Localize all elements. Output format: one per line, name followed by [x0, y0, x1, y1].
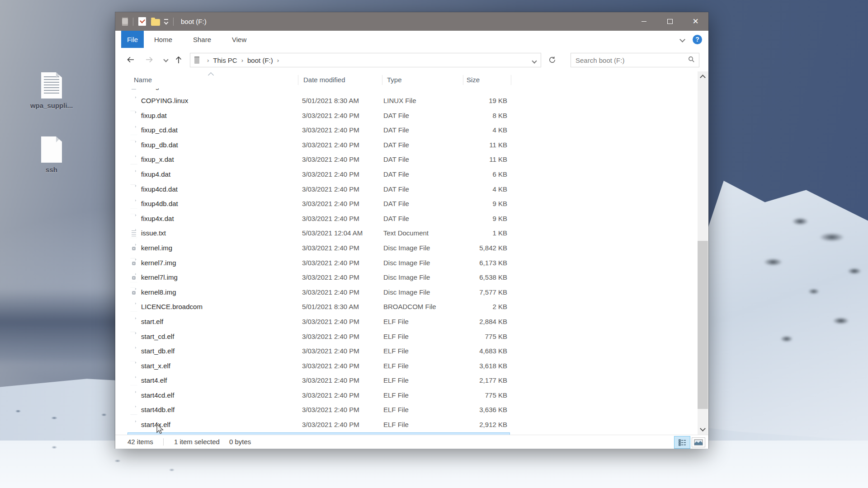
file-type: DAT File	[383, 155, 409, 163]
minimize-button[interactable]	[631, 12, 657, 31]
file-row[interactable]: start_x.elf 3/03/2021 2:40 PM ELF File 3…	[127, 359, 510, 374]
desktop-icon-label: ssh	[24, 166, 80, 174]
file-date-modified: 3/03/2021 2:40 PM	[302, 406, 359, 413]
file-type: LINUX File	[383, 97, 416, 104]
file-type: DAT File	[383, 170, 409, 178]
up-button[interactable]	[173, 54, 184, 65]
file-row[interactable]: start4cd.elf 3/03/2021 2:40 PM ELF File …	[127, 388, 510, 403]
address-dropdown-icon[interactable]	[533, 56, 541, 64]
file-row[interactable]: config.txt	[127, 89, 510, 94]
file-icon	[130, 376, 137, 385]
file-size: 2,912 KB	[435, 421, 507, 428]
column-resize-handle[interactable]	[382, 75, 382, 85]
new-folder-icon[interactable]	[151, 19, 160, 26]
maximize-icon	[667, 19, 673, 24]
mouse-cursor	[156, 424, 165, 436]
scrollbar-thumb[interactable]	[698, 241, 708, 409]
file-icon	[130, 155, 137, 164]
properties-check-icon[interactable]	[138, 17, 146, 26]
details-view-button[interactable]	[674, 436, 690, 449]
file-type: Disc Image File	[383, 244, 430, 252]
file-row[interactable]: kernel.img 3/03/2021 2:40 PM Disc Image …	[127, 241, 510, 256]
column-header-date-modified[interactable]: Date modified	[303, 76, 345, 84]
file-name: kernel8.img	[141, 288, 176, 296]
back-button[interactable]	[125, 54, 136, 65]
search-icon[interactable]	[684, 56, 699, 65]
tab-share[interactable]: Share	[183, 31, 222, 48]
maximize-button[interactable]	[657, 12, 683, 31]
file-icon	[130, 273, 137, 282]
expand-ribbon-icon[interactable]	[679, 37, 685, 42]
column-header-size[interactable]: Size	[467, 76, 480, 84]
file-date-modified: 5/03/2021 12:04 AM	[302, 229, 363, 237]
tab-home[interactable]: Home	[144, 31, 183, 48]
close-button[interactable]: ✕	[683, 12, 708, 31]
tab-file[interactable]: File	[121, 31, 144, 48]
column-resize-handle[interactable]	[511, 75, 511, 85]
file-name: start_cd.elf	[141, 333, 174, 340]
file-row[interactable]: COPYING.linux 5/01/2021 8:30 AM LINUX Fi…	[127, 94, 510, 108]
file-type: Disc Image File	[383, 273, 430, 281]
address-bar[interactable]: › This PC › boot (F:) ›	[190, 53, 541, 67]
file-icon	[130, 317, 137, 326]
column-header-name[interactable]: Name	[134, 76, 152, 84]
file-row[interactable]: fixup_db.dat 3/03/2021 2:40 PM DAT File …	[127, 138, 510, 153]
file-name: fixup4x.dat	[141, 215, 174, 222]
desktop-icon-ssh[interactable]: ssh	[24, 136, 80, 174]
forward-button[interactable]	[144, 54, 155, 65]
file-name: start4cd.elf	[141, 391, 174, 399]
file-row[interactable]: start4x.elf 3/03/2021 2:40 PM ELF File 2…	[127, 418, 510, 432]
file-row[interactable]: fixup4db.dat 3/03/2021 2:40 PM DAT File …	[127, 197, 510, 211]
file-row[interactable]: LICENCE.broadcom 5/01/2021 8:30 AM BROAD…	[127, 300, 510, 314]
column-header-type[interactable]: Type	[387, 76, 402, 84]
desktop-icon-wpa-supplicant[interactable]: wpa_suppli...	[24, 72, 80, 109]
file-row[interactable]: start4.elf 3/03/2021 2:40 PM ELF File 2,…	[127, 373, 510, 388]
file-size: 775 KB	[435, 333, 507, 340]
breadcrumb-this-pc[interactable]: This PC	[213, 56, 237, 64]
file-size: 7,577 KB	[435, 288, 507, 296]
file-size: 4 KB	[435, 126, 507, 134]
file-row[interactable]: start4db.elf 3/03/2021 2:40 PM ELF File …	[127, 403, 510, 418]
file-row[interactable]: kernel7.img 3/03/2021 2:40 PM Disc Image…	[127, 256, 510, 271]
file-name: LICENCE.broadcom	[141, 303, 203, 310]
file-size: 11 KB	[435, 155, 507, 163]
file-row[interactable]: fixup4.dat 3/03/2021 2:40 PM DAT File 6 …	[127, 167, 510, 182]
window-title: boot (F:)	[181, 18, 207, 25]
scroll-down-icon[interactable]	[700, 426, 706, 432]
selection-count: 1 item selected	[174, 438, 220, 446]
title-bar[interactable]: boot (F:) ✕	[115, 12, 708, 31]
file-date-modified: 3/03/2021 2:40 PM	[302, 421, 359, 428]
clipped-top-row[interactable]: config.txt	[115, 89, 698, 94]
refresh-button[interactable]	[546, 54, 558, 66]
file-name: fixup_db.dat	[141, 141, 178, 149]
vertical-scrollbar[interactable]	[698, 71, 708, 435]
scroll-up-icon[interactable]	[700, 75, 706, 80]
breadcrumb-chevron: ›	[273, 57, 283, 64]
column-resize-handle[interactable]	[463, 75, 463, 85]
customize-toolbar-dropdown-icon[interactable]	[164, 19, 168, 24]
file-row[interactable]: fixup4x.dat 3/03/2021 2:40 PM DAT File 9…	[127, 211, 510, 226]
file-size: 3,636 KB	[435, 406, 507, 413]
file-size: 2,177 KB	[435, 376, 507, 384]
file-icon	[130, 347, 137, 356]
help-icon[interactable]: ?	[693, 35, 702, 44]
file-icon	[130, 141, 137, 150]
file-size: 3,618 KB	[435, 362, 507, 370]
search-box[interactable]	[571, 53, 699, 67]
breadcrumb-boot-drive[interactable]: boot (F:)	[247, 56, 273, 64]
column-resize-handle[interactable]	[298, 75, 298, 85]
file-row[interactable]: kernel8.img 3/03/2021 2:40 PM Disc Image…	[127, 285, 510, 300]
file-row[interactable]: fixup_x.dat 3/03/2021 2:40 PM DAT File 1…	[127, 152, 510, 167]
file-row[interactable]: kernel7l.img 3/03/2021 2:40 PM Disc Imag…	[127, 270, 510, 285]
file-row[interactable]: fixup_cd.dat 3/03/2021 2:40 PM DAT File …	[127, 123, 510, 138]
file-row[interactable]: start_db.elf 3/03/2021 2:40 PM ELF File …	[127, 344, 510, 359]
large-icons-view-button[interactable]	[692, 437, 705, 447]
tab-view[interactable]: View	[222, 31, 257, 48]
file-row[interactable]: issue.txt 5/03/2021 12:04 AM Text Docume…	[127, 226, 510, 241]
file-row[interactable]: fixup.dat 3/03/2021 2:40 PM DAT File 8 K…	[127, 108, 510, 123]
file-row[interactable]: start_cd.elf 3/03/2021 2:40 PM ELF File …	[127, 329, 510, 344]
search-input[interactable]	[571, 56, 684, 64]
file-row[interactable]: start.elf 3/03/2021 2:40 PM ELF File 2,8…	[127, 314, 510, 329]
recent-locations-dropdown-icon[interactable]	[160, 54, 171, 65]
file-row[interactable]: fixup4cd.dat 3/03/2021 2:40 PM DAT File …	[127, 182, 510, 197]
